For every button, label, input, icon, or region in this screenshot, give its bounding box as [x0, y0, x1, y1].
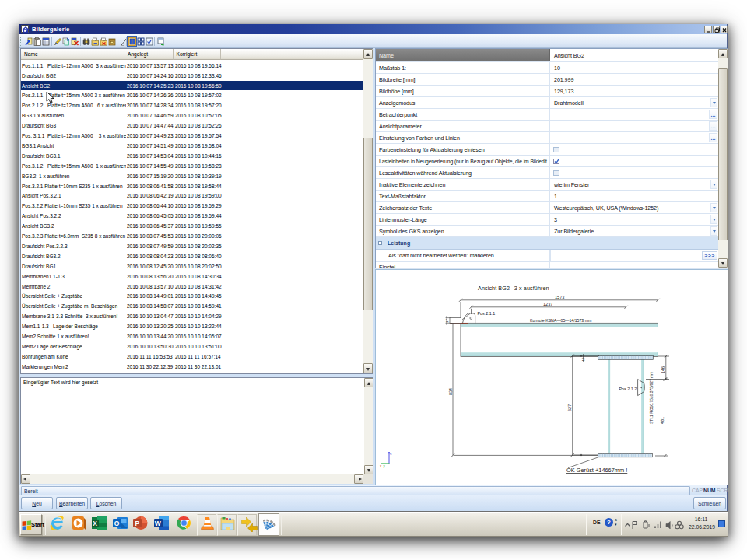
svg-text:STl.1 RO10.75x0.375/627 mm: STl.1 RO10.75x0.375/627 mm	[649, 371, 654, 424]
svg-text:X: X	[93, 520, 97, 527]
svg-text:x: x	[380, 464, 382, 468]
svg-text:y: y	[384, 464, 386, 468]
svg-text:1237: 1237	[543, 302, 552, 306]
svg-text:627: 627	[567, 404, 572, 411]
svg-text:Pos.2.1.2: Pos.2.1.2	[619, 387, 637, 391]
svg-text:834: 834	[448, 388, 453, 395]
svg-text:19: 19	[581, 357, 585, 361]
svg-text:Konsole KSNA—05—14/1573 mm: Konsole KSNA—05—14/1573 mm	[530, 318, 591, 323]
svg-text:W: W	[155, 520, 162, 527]
svg-text:Pos.2.1.1: Pos.2.1.1	[478, 311, 496, 316]
svg-text:Ansicht BG2 3 x ausführen: Ansicht BG2 3 x ausführen	[478, 285, 549, 292]
svg-text:1573: 1573	[555, 295, 564, 299]
svg-text:OK Gerüst +14667mm !: OK Gerüst +14667mm !	[566, 467, 627, 474]
svg-text:P: P	[135, 520, 139, 527]
svg-text:O: O	[114, 520, 119, 527]
svg-text:z: z	[391, 452, 393, 456]
svg-text:17: 17	[445, 319, 449, 323]
svg-text:146: 146	[661, 366, 665, 373]
svg-text:481: 481	[660, 417, 665, 424]
